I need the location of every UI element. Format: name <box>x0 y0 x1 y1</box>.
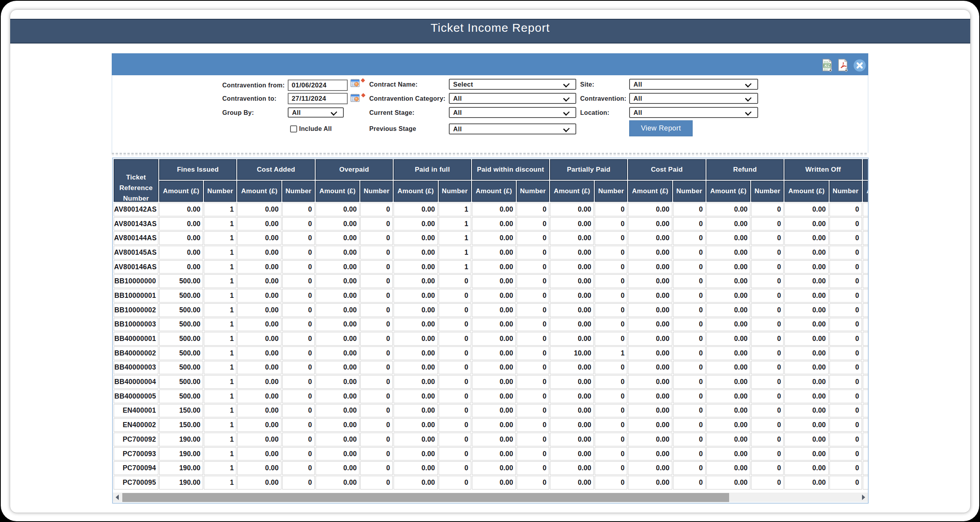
svg-text:CSV: CSV <box>824 63 831 67</box>
